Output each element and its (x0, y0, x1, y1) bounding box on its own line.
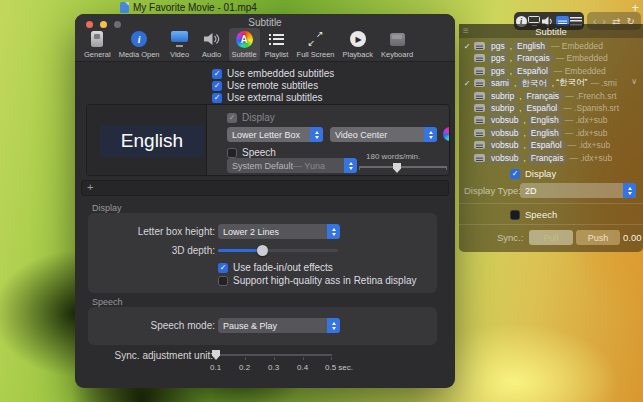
subtitle-preview-pane: English (87, 105, 207, 176)
sync-adjustment-slider-thumb[interactable] (212, 350, 220, 360)
toolbar-item-playlist[interactable]: Playlist (262, 28, 292, 61)
position-popup[interactable]: Lower Letter Box (227, 127, 323, 142)
tick-label: 0.1 (210, 363, 221, 372)
preferences-window: Subtitle General i Media Open Video (75, 14, 455, 388)
keyboard-icon (390, 33, 405, 46)
add-style-row: + (81, 180, 449, 196)
color-wheel-icon[interactable] (443, 127, 450, 141)
subtitle-badge-icon (474, 42, 485, 50)
track-separator: , (523, 153, 525, 163)
player-window-title: My Favorite Movie - 01.mp4 (133, 2, 257, 13)
toolbar-item-general[interactable]: General (81, 28, 114, 61)
track-source: — .idx+sub (565, 115, 608, 125)
display-type-popup[interactable]: 2D (520, 183, 636, 198)
toolbar-item-video[interactable]: Video (165, 28, 195, 61)
track-language-tag: 한국어 (518, 78, 550, 88)
toolbar-item-audio[interactable]: Audio (197, 28, 227, 61)
alignment-popup[interactable]: Video Center (330, 127, 437, 142)
video-icon (171, 31, 188, 47)
preview-display-checkbox[interactable]: ✓ (227, 113, 237, 123)
track-row[interactable]: subrip , Français — .French.srt (463, 90, 639, 102)
toolbar-item-full-screen[interactable]: ↗↙ Full Screen (294, 28, 338, 61)
track-row[interactable]: ✓ sami , 한국어 , “한국어” — .smi ∨ (463, 77, 639, 89)
fade-effects-checkbox[interactable]: ✓ (218, 263, 228, 273)
track-separator: , (510, 41, 512, 51)
speech-checkbox[interactable] (510, 210, 520, 220)
subtitle-badge-icon (474, 129, 485, 137)
track-language-tag: Français (524, 91, 563, 101)
track-source: — Embedded (554, 66, 606, 76)
popup-stepper-icon (623, 183, 636, 198)
popup-stepper-icon (310, 127, 323, 142)
preferences-window-title: Subtitle (75, 17, 455, 28)
chevron-down-icon[interactable]: ∨ (631, 77, 637, 86)
track-separator: , (510, 66, 512, 76)
sync-push-button[interactable]: Push (576, 230, 620, 245)
voice-suffix: — Yuna (293, 161, 325, 171)
speech-mode-value: Pause & Play (223, 321, 277, 331)
use-embedded-subtitles-checkbox[interactable]: ✓ (212, 69, 222, 79)
track-separator: , (514, 78, 516, 88)
toolbar-item-subtitle[interactable]: A Subtitle (229, 28, 260, 61)
sync-value: 0.00 (623, 232, 642, 243)
subtitle-overlay-panel: ≡ Subtitle ✓ pgs , English — Embedded pg… (459, 24, 643, 252)
movie-file-icon (120, 2, 129, 13)
track-row[interactable]: vobsub , English — .idx+sub (463, 127, 639, 139)
track-row[interactable]: vobsub , Français — .idx+sub (463, 152, 639, 164)
tick-label: 0.2 (239, 363, 250, 372)
voice-popup[interactable]: System Default — Yuna (227, 158, 357, 173)
panel-header: ≡ Subtitle (459, 24, 643, 38)
tick-label: 0.5 sec. (325, 363, 353, 372)
track-row[interactable]: pgs , Français — Embedded (463, 52, 639, 64)
sync-adjustment-label: Sync. adjustment unit: (90, 350, 213, 361)
popup-stepper-icon (424, 127, 437, 142)
track-source: — Embedded (556, 53, 608, 63)
track-checkmark: ✓ (463, 42, 471, 51)
panel-title: Subtitle (535, 26, 567, 37)
track-row[interactable]: vobsub , Español — .idx+sub (463, 139, 639, 151)
speech-rate-slider-thumb[interactable] (393, 163, 401, 173)
display-checkbox[interactable]: ✓ (510, 169, 520, 179)
use-external-subtitles-checkbox[interactable]: ✓ (212, 93, 222, 103)
sync-pull-button[interactable]: Pull (529, 230, 573, 245)
add-button[interactable]: + (87, 181, 93, 193)
track-row[interactable]: ✓ pgs , English — Embedded (463, 40, 639, 52)
track-row[interactable]: subrip , Español — .Spanish.srt (463, 102, 639, 114)
toolbar-item-keyboard[interactable]: Keyboard (378, 28, 416, 61)
track-row[interactable]: vobsub , English — .idx+sub (463, 114, 639, 126)
track-separator: , (519, 91, 521, 101)
letterbox-height-popup[interactable]: Lower 2 Lines (218, 224, 340, 239)
embedded-subtitles-row: ✓ Use embedded subtitles (212, 68, 334, 79)
display-section-box: Letter box height: Lower 2 Lines 3D dept… (88, 213, 437, 293)
track-source: — .smi (590, 78, 616, 88)
track-language-tag: Français (514, 53, 553, 63)
track-language-tag: English (528, 115, 562, 125)
alignment-value: Video Center (335, 130, 387, 140)
track-source: — .idx+sub (565, 128, 608, 138)
track-format-tag: subrip (488, 91, 517, 101)
subtitle-badge-icon (474, 116, 485, 124)
tick-label: 0.4 (297, 363, 308, 372)
subtitle-badge-icon (474, 79, 485, 87)
menu-icon[interactable]: ≡ (463, 25, 469, 36)
toolbar-item-media-open[interactable]: i Media Open (116, 28, 163, 61)
letterbox-height-value: Lower 2 Lines (223, 227, 279, 237)
track-separator: , (523, 140, 525, 150)
preview-speech-checkbox[interactable] (227, 148, 237, 158)
depth-slider-thumb[interactable] (257, 245, 268, 256)
speech-mode-popup[interactable]: Pause & Play (218, 318, 340, 333)
speech-rate-slider[interactable] (359, 166, 447, 168)
display-label: Display (525, 168, 556, 179)
speech-label: Speech (525, 209, 557, 220)
track-source: — Embedded (551, 41, 603, 51)
track-source: — .idx+sub (569, 153, 612, 163)
retina-ass-checkbox[interactable] (218, 276, 228, 286)
use-remote-subtitles-checkbox[interactable]: ✓ (212, 81, 222, 91)
subtitle-badge-icon (474, 104, 485, 112)
toolbar-item-playback[interactable]: ▶ Playback (340, 28, 376, 61)
sync-adjustment-slider[interactable] (216, 354, 332, 356)
track-row[interactable]: pgs , Español — Embedded (463, 65, 639, 77)
track-format-tag: vobsub (488, 128, 521, 138)
track-separator: , (523, 115, 525, 125)
track-format-tag: subrip (488, 103, 517, 113)
